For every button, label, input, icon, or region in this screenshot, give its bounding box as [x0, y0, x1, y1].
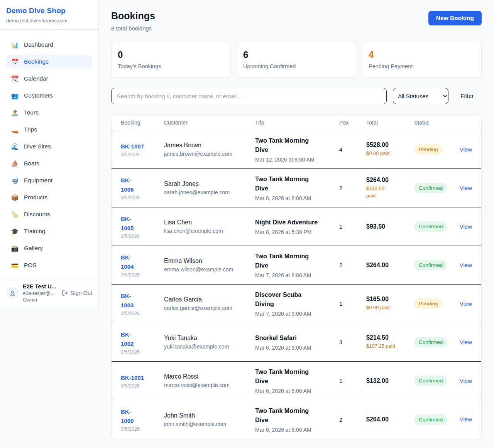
booking-id-link[interactable]: BK-1001 — [121, 373, 144, 382]
sidebar-item-label: Gallery — [24, 245, 43, 252]
pax-count: 3 — [339, 339, 366, 345]
status-cell: Confirmed — [414, 183, 459, 193]
stat-card-upcoming-confirmed: 6 Upcoming Confirmed — [237, 42, 356, 78]
new-booking-button[interactable]: New Booking — [428, 11, 482, 25]
booking-id-link[interactable]: BK- 1002 — [121, 330, 134, 349]
table-row: BK- 1003 3/5/2026 Carlos Garcia carlos.g… — [112, 285, 481, 323]
trip-datetime: Mar 8, 2026 at 5:30 PM — [255, 229, 339, 235]
customer-cell: John Smith john.smith@example.com — [164, 412, 255, 427]
sign-out-button[interactable]: Sign Out — [62, 290, 92, 296]
graduation-cap-icon: 🎓 — [11, 228, 19, 235]
sidebar-item-label: Tours — [24, 109, 39, 116]
view-cell: View — [459, 377, 472, 384]
view-link[interactable]: View — [460, 146, 472, 153]
trip-datetime: Mar 7, 2026 at 8:00 AM — [255, 272, 339, 278]
column-header-total: Total — [366, 120, 414, 126]
view-link[interactable]: View — [460, 223, 472, 230]
customer-email: sarah.jones@example.com — [164, 189, 255, 195]
status-cell: Pending — [414, 298, 459, 309]
status-cell: Pending — [414, 144, 459, 155]
column-header-pax: Pax — [339, 120, 366, 126]
main-content: Bookings 8 total bookings New Booking 0 … — [99, 0, 494, 439]
customer-email: emma.wilson@example.com — [164, 266, 255, 273]
view-link[interactable]: View — [460, 262, 472, 268]
customer-email: john.smith@example.com — [164, 421, 255, 427]
page-header-text: Bookings 8 total bookings — [111, 10, 155, 32]
booking-id-link[interactable]: BK- 1003 — [121, 291, 134, 310]
booking-date: 3/5/2026 — [121, 195, 164, 200]
total-cell: $528.00 $0.00 paid — [366, 141, 414, 157]
user-email: e2e-tester@... — [23, 290, 57, 296]
sidebar-item-dashboard[interactable]: 📊 Dashboard — [6, 38, 92, 52]
view-link[interactable]: View — [460, 377, 472, 384]
sidebar-item-training[interactable]: 🎓 Training — [6, 224, 92, 238]
view-cell: View — [459, 223, 472, 230]
filter-button[interactable]: Filter — [460, 93, 474, 99]
sidebar-item-label: Equipment — [24, 177, 52, 184]
bookings-table: Booking Customer Trip Pax Total Status B… — [111, 115, 482, 439]
customer-cell: Yuki Tanaka yuki.tanaka@example.com — [164, 335, 255, 350]
view-cell: View — [459, 146, 472, 153]
booking-cell: BK- 1006 3/5/2026 — [121, 176, 164, 200]
view-link[interactable]: View — [460, 300, 472, 307]
view-link[interactable]: View — [460, 339, 472, 345]
customer-name: Sarah Jones — [164, 180, 255, 187]
customer-name: Yuki Tanaka — [164, 335, 255, 342]
booking-id-link[interactable]: BK- 1004 — [121, 253, 134, 271]
page-header: Bookings 8 total bookings New Booking — [111, 10, 482, 32]
speedboat-icon: 🚤 — [11, 126, 19, 133]
sidebar-item-pos[interactable]: 💳 POS — [6, 258, 92, 272]
island-icon: 🏝️ — [11, 109, 19, 116]
status-badge: Confirmed — [414, 337, 447, 347]
trip-name: Two Tank Morning Dive — [255, 367, 339, 386]
total-amount: $165.00 — [366, 296, 414, 303]
sidebar-item-discounts[interactable]: 🏷️ Discounts — [6, 207, 92, 221]
sidebar-item-trips[interactable]: 🚤 Trips — [6, 123, 92, 136]
sidebar-item-customers[interactable]: 👥 Customers — [6, 89, 92, 103]
avatar — [6, 287, 19, 300]
table-row: BK- 1005 3/5/2026 Lisa Chen lisa.chen@ex… — [112, 207, 481, 246]
booking-id-link[interactable]: BK- 1005 — [121, 214, 134, 233]
view-link[interactable]: View — [460, 185, 472, 191]
status-select[interactable]: All Statuses — [393, 88, 448, 104]
stat-value: 0 — [118, 49, 224, 60]
sidebar-item-tours[interactable]: 🏝️ Tours — [6, 106, 92, 120]
sidebar-item-equipment[interactable]: 🤿 Equipment — [6, 173, 92, 187]
shop-name: Demo Dive Shop — [6, 7, 92, 15]
customer-email: yuki.tanaka@example.com — [164, 344, 255, 350]
table-row: BK-1001 3/5/2026 Marco Rossi marco.rossi… — [112, 362, 481, 400]
customer-name: John Smith — [164, 412, 255, 419]
trip-name: Two Tank Morning Dive — [255, 252, 339, 270]
column-header-booking: Booking — [121, 120, 164, 126]
total-cell: $165.00 $0.00 paid — [366, 296, 414, 312]
credit-card-icon: 💳 — [11, 262, 19, 269]
customer-email: lisa.chen@example.com — [164, 228, 255, 234]
person-icon — [9, 290, 16, 296]
customer-cell: Sarah Jones sarah.jones@example.com — [164, 180, 255, 195]
sidebar-item-calendar[interactable]: 📆 Calendar — [6, 72, 92, 86]
sidebar-item-products[interactable]: 📦 Products — [6, 190, 92, 204]
pax-count: 4 — [339, 146, 366, 153]
trip-cell: Two Tank Morning Dive Mar 6, 2026 at 8:0… — [255, 367, 339, 394]
sidebar-item-gallery[interactable]: 📸 Gallery — [6, 241, 92, 255]
sidebar-item-bookings[interactable]: 📅 Bookings — [6, 55, 92, 69]
booking-cell: BK- 1000 3/5/2026 — [121, 407, 164, 432]
booking-date: 3/5/2026 — [121, 349, 164, 355]
package-icon: 📦 — [11, 194, 19, 201]
stat-value: 4 — [369, 49, 475, 60]
total-cell: $264.00 — [366, 416, 414, 423]
sidebar-item-boats[interactable]: ⛵ Boats — [6, 157, 92, 170]
sidebar-item-dive-sites[interactable]: 🌊 Dive Sites — [6, 140, 92, 153]
view-link[interactable]: View — [460, 416, 472, 423]
sidebar-item-label: Trips — [24, 126, 37, 133]
trip-name: Two Tank Morning Dive — [255, 175, 339, 193]
customer-name: Emma Wilson — [164, 258, 255, 264]
calendar-icon: 📅 — [11, 58, 19, 66]
search-input[interactable] — [111, 88, 387, 104]
pax-count: 1 — [339, 223, 366, 230]
column-header-status: Status — [414, 120, 459, 126]
booking-id-link[interactable]: BK-1007 — [121, 142, 144, 151]
booking-id-link[interactable]: BK- 1000 — [121, 407, 134, 426]
pax-count: 1 — [339, 377, 366, 384]
booking-id-link[interactable]: BK- 1006 — [121, 176, 134, 194]
